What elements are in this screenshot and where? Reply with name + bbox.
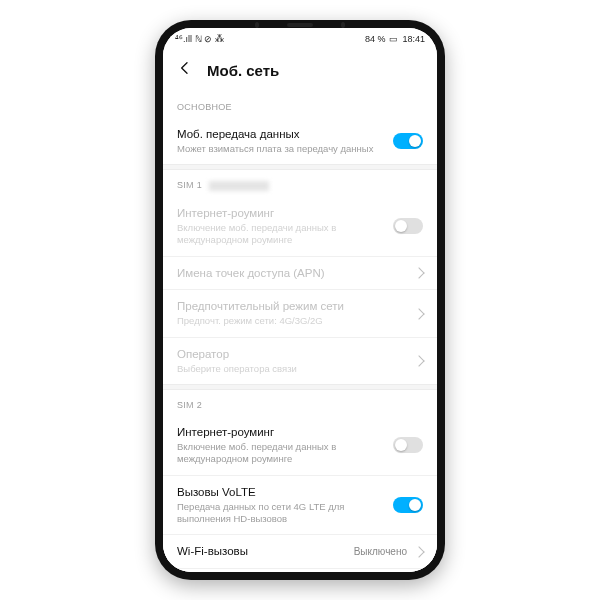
section-main: ОСНОВНОЕ bbox=[163, 92, 437, 118]
row-sim1-mode: Предпочтительный режим сети Предпочт. ре… bbox=[163, 289, 437, 336]
sim1-label: SIM 1 bbox=[177, 180, 202, 190]
status-time: 18:41 bbox=[402, 34, 425, 44]
status-bar: ⁴⁶.ıll ℕ ⊘ ⁂ 84 % ▭ 18:41 bbox=[163, 28, 437, 50]
sim2-roaming-title: Интернет-роуминг bbox=[177, 425, 385, 440]
sim1-roaming-title: Интернет-роуминг bbox=[177, 206, 385, 221]
mobile-data-sub: Может взиматься плата за передачу данных bbox=[177, 143, 385, 155]
sim2-wifi-value: Выключено bbox=[354, 546, 407, 557]
sim2-roaming-sub: Включение моб. передачи данных в междуна… bbox=[177, 441, 385, 466]
mobile-data-title: Моб. передача данных bbox=[177, 127, 385, 142]
sim2-roaming-toggle[interactable] bbox=[393, 437, 423, 453]
chevron-right-icon bbox=[413, 355, 424, 366]
sim1-operator-title: Оператор bbox=[177, 347, 407, 362]
settings-list[interactable]: ОСНОВНОЕ Моб. передача данных Может взим… bbox=[163, 92, 437, 572]
sim1-mode-title: Предпочтительный режим сети bbox=[177, 299, 407, 314]
row-sim2-roaming[interactable]: Интернет-роуминг Включение моб. передачи… bbox=[163, 416, 437, 475]
chevron-right-icon bbox=[413, 546, 424, 557]
row-sim2-apn[interactable]: Имена точек доступа (APN) bbox=[163, 568, 437, 572]
sim1-apn-title: Имена точек доступа (APN) bbox=[177, 266, 407, 281]
back-icon[interactable] bbox=[177, 60, 193, 80]
sim2-volte-sub: Передача данных по сети 4G LTE для выпол… bbox=[177, 501, 385, 526]
screen: ⁴⁶.ıll ℕ ⊘ ⁂ 84 % ▭ 18:41 Моб. сеть ОСНО… bbox=[163, 28, 437, 572]
page-title: Моб. сеть bbox=[207, 62, 279, 79]
sim1-mode-sub: Предпочт. режим сети: 4G/3G/2G bbox=[177, 315, 407, 327]
sim1-roaming-sub: Включение моб. передачи данных в междуна… bbox=[177, 222, 385, 247]
section-sim1: SIM 1 bbox=[163, 170, 437, 197]
row-sim2-volte[interactable]: Вызовы VoLTE Передача данных по сети 4G … bbox=[163, 475, 437, 535]
sim1-name-redacted bbox=[209, 181, 269, 191]
section-sim2: SIM 2 bbox=[163, 390, 437, 416]
sim1-roaming-toggle bbox=[393, 218, 423, 234]
title-bar: Моб. сеть bbox=[163, 50, 437, 92]
chevron-right-icon bbox=[413, 308, 424, 319]
sim2-wifi-title: Wi-Fi-вызовы bbox=[177, 544, 348, 559]
sim2-volte-title: Вызовы VoLTE bbox=[177, 485, 385, 500]
chevron-right-icon bbox=[413, 267, 424, 278]
sim1-operator-sub: Выберите оператора связи bbox=[177, 363, 407, 375]
phone-frame: ⁴⁶.ıll ℕ ⊘ ⁂ 84 % ▭ 18:41 Моб. сеть ОСНО… bbox=[155, 20, 445, 580]
mobile-data-toggle[interactable] bbox=[393, 133, 423, 149]
status-left-icons: ⁴⁶.ıll ℕ ⊘ ⁂ bbox=[175, 34, 224, 44]
row-sim1-roaming: Интернет-роуминг Включение моб. передачи… bbox=[163, 197, 437, 256]
status-battery-pct: 84 % bbox=[365, 34, 386, 44]
row-sim2-wifi-calling[interactable]: Wi-Fi-вызовы Выключено bbox=[163, 534, 437, 568]
row-sim1-apn: Имена точек доступа (APN) bbox=[163, 256, 437, 290]
row-mobile-data[interactable]: Моб. передача данных Может взиматься пла… bbox=[163, 118, 437, 164]
sim2-volte-toggle[interactable] bbox=[393, 497, 423, 513]
battery-icon: ▭ bbox=[389, 34, 398, 44]
row-sim1-operator: Оператор Выберите оператора связи bbox=[163, 337, 437, 384]
